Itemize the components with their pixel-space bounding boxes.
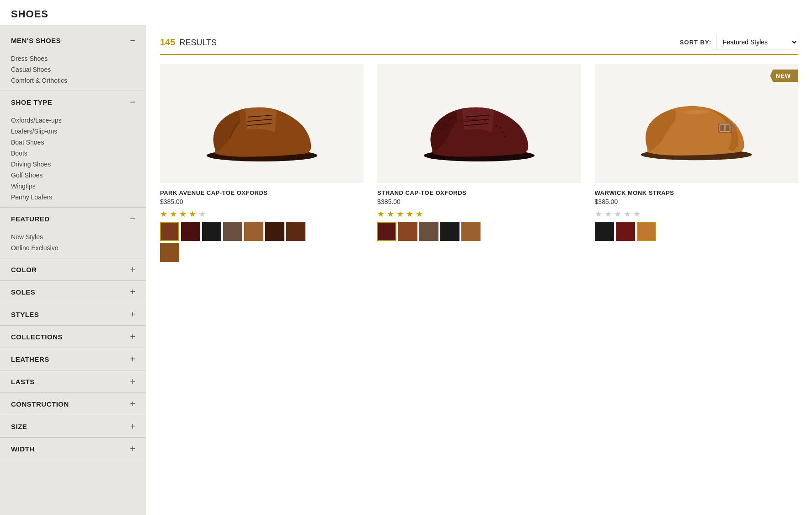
- sidebar-section-shoe-type: SHOE TYPE − Oxfords/Lace-ups Loafers/Sli…: [0, 91, 146, 208]
- swatch-3[interactable]: [419, 222, 438, 241]
- swatch-7[interactable]: [286, 222, 305, 241]
- sidebar-item-boat-shoes[interactable]: Boat Shoes: [11, 137, 146, 148]
- mens-shoes-title: MEN'S SHOES: [11, 37, 61, 44]
- svg-point-15: [502, 131, 503, 133]
- featured-header[interactable]: FEATURED −: [0, 208, 146, 230]
- soles-header[interactable]: SOLES +: [0, 281, 146, 303]
- sidebar-item-penny-loafers[interactable]: Penny Loafers: [11, 192, 146, 203]
- strand-name: STRAND CAP-TOE OXFORDS: [377, 189, 581, 196]
- swatch-3[interactable]: [637, 222, 656, 241]
- sidebar-section-leathers: LEATHERS +: [0, 348, 146, 370]
- product-image-warwick[interactable]: NEW: [595, 64, 798, 183]
- swatch-1[interactable]: [595, 222, 614, 241]
- mens-shoes-items: Dress Shoes Casual Shoes Comfort & Ortho…: [0, 51, 146, 91]
- swatch-2[interactable]: [616, 222, 635, 241]
- swatch-4[interactable]: [440, 222, 459, 241]
- construction-toggle: +: [130, 399, 135, 408]
- styles-title: STYLES: [11, 311, 39, 318]
- sort-select[interactable]: Featured Styles Newest Price: Low to Hig…: [716, 35, 798, 49]
- sidebar-section-color: COLOR +: [0, 258, 146, 281]
- page-title: SHOES: [0, 0, 812, 25]
- sidebar-section-collections: COLLECTIONS +: [0, 326, 146, 348]
- star-3: ★: [179, 209, 187, 217]
- park-avenue-stars: ★ ★ ★ ★ ★: [160, 209, 363, 217]
- product-image-park-avenue[interactable]: [160, 64, 363, 183]
- svg-point-9: [445, 125, 447, 127]
- results-label: RESULTS: [179, 38, 217, 47]
- mens-shoes-header[interactable]: MEN'S SHOES −: [0, 29, 146, 51]
- swatch-4[interactable]: [223, 222, 242, 241]
- swatch-5[interactable]: [461, 222, 481, 241]
- styles-header[interactable]: STYLES +: [0, 303, 146, 325]
- width-toggle: +: [130, 444, 135, 453]
- sidebar-item-wingtips[interactable]: Wingtips: [11, 181, 146, 192]
- sidebar-item-dress-shoes[interactable]: Dress Shoes: [11, 53, 146, 64]
- sidebar-item-loafers[interactable]: Loafers/Slip-ons: [11, 126, 146, 137]
- star-2: ★: [604, 209, 613, 217]
- svg-point-8: [442, 128, 444, 129]
- star-5: ★: [416, 209, 424, 217]
- park-avenue-price: $385.00: [160, 198, 363, 205]
- sidebar-item-new-styles[interactable]: New Styles: [11, 231, 146, 242]
- product-card-park-avenue: PARK AVENUE CAP-TOE OXFORDS $385.00 ★ ★ …: [160, 64, 363, 262]
- collections-title: COLLECTIONS: [11, 333, 63, 341]
- sidebar-item-online-exclusive[interactable]: Online Exclusive: [11, 242, 146, 253]
- sidebar-section-featured: FEATURED − New Styles Online Exclusive: [0, 208, 146, 258]
- color-title: COLOR: [11, 266, 37, 274]
- star-4: ★: [624, 209, 632, 217]
- star-2: ★: [170, 209, 178, 217]
- featured-title: FEATURED: [11, 215, 50, 223]
- collections-header[interactable]: COLLECTIONS +: [0, 326, 146, 348]
- park-avenue-swatches-row2: [160, 243, 363, 262]
- swatch-2[interactable]: [181, 222, 200, 241]
- swatch-5[interactable]: [244, 222, 263, 241]
- results-count: 145 RESULTS: [160, 37, 217, 48]
- svg-point-6: [448, 119, 449, 121]
- sort-label: SORT BY:: [680, 39, 711, 46]
- svg-point-5: [444, 123, 446, 124]
- main-content: 145 RESULTS SORT BY: Featured Styles New…: [146, 25, 812, 515]
- shoe-type-toggle: −: [130, 97, 135, 107]
- width-header[interactable]: WIDTH +: [0, 438, 146, 460]
- color-header[interactable]: COLOR +: [0, 258, 146, 280]
- sort-bar: SORT BY: Featured Styles Newest Price: L…: [680, 35, 798, 49]
- star-5: ★: [198, 209, 207, 217]
- lasts-header[interactable]: LASTS +: [0, 370, 146, 392]
- sidebar-section-construction: CONSTRUCTION +: [0, 393, 146, 415]
- new-badge: NEW: [770, 70, 798, 82]
- color-toggle: +: [130, 265, 135, 274]
- swatch-8[interactable]: [160, 243, 179, 262]
- star-5: ★: [633, 209, 641, 217]
- size-header[interactable]: SIZE +: [0, 415, 146, 437]
- swatch-1[interactable]: [160, 222, 179, 241]
- soles-title: SOLES: [11, 288, 35, 296]
- sidebar-section-styles: STYLES +: [0, 303, 146, 326]
- sidebar: MEN'S SHOES − Dress Shoes Casual Shoes C…: [0, 25, 146, 515]
- swatch-3[interactable]: [202, 222, 221, 241]
- sidebar-item-comfort-orthotics[interactable]: Comfort & Orthotics: [11, 75, 146, 86]
- lasts-title: LASTS: [11, 378, 35, 386]
- sidebar-item-oxfords[interactable]: Oxfords/Lace-ups: [11, 115, 146, 126]
- swatch-6[interactable]: [265, 222, 284, 241]
- sidebar-item-casual-shoes[interactable]: Casual Shoes: [11, 64, 146, 75]
- construction-header[interactable]: CONSTRUCTION +: [0, 393, 146, 415]
- sidebar-item-golf-shoes[interactable]: Golf Shoes: [11, 170, 146, 181]
- results-number: 145: [160, 37, 175, 47]
- product-image-strand[interactable]: [377, 64, 581, 183]
- star-1: ★: [377, 209, 385, 217]
- width-title: WIDTH: [11, 445, 35, 453]
- shoe-type-header[interactable]: SHOE TYPE −: [0, 91, 146, 113]
- sidebar-item-boots[interactable]: Boots: [11, 148, 146, 159]
- sidebar-item-driving-shoes[interactable]: Driving Shoes: [11, 159, 146, 170]
- svg-point-13: [495, 125, 497, 127]
- featured-items: New Styles Online Exclusive: [0, 230, 146, 258]
- swatch-1[interactable]: [377, 222, 396, 241]
- size-title: SIZE: [11, 423, 27, 430]
- lasts-toggle: +: [130, 377, 135, 386]
- swatch-2[interactable]: [398, 222, 417, 241]
- star-1: ★: [595, 209, 603, 217]
- leathers-header[interactable]: LEATHERS +: [0, 348, 146, 370]
- sidebar-section-soles: SOLES +: [0, 281, 146, 303]
- styles-toggle: +: [130, 310, 135, 319]
- product-card-strand: STRAND CAP-TOE OXFORDS $385.00 ★ ★ ★ ★ ★: [377, 64, 581, 262]
